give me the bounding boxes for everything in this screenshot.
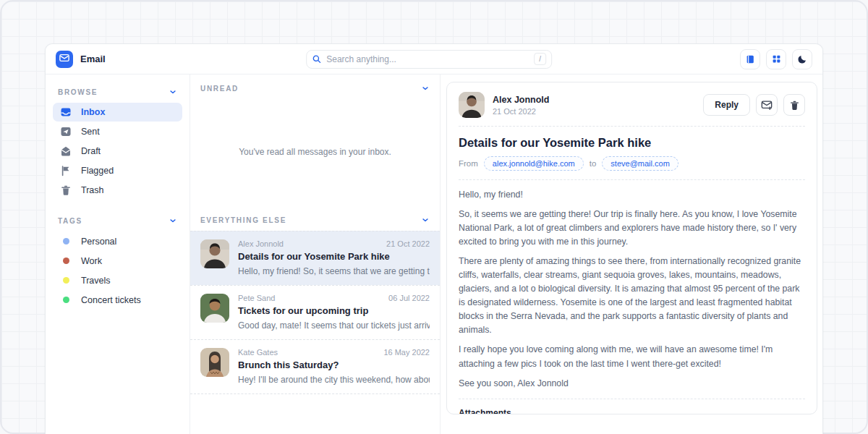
- sidebar-item-trash[interactable]: Trash: [53, 181, 182, 200]
- mail-date: 21 Oct 2022: [386, 239, 430, 248]
- everything-else-label: EVERYTHING ELSE: [200, 216, 286, 224]
- inbox-icon: [60, 106, 72, 118]
- chevron-down-icon: [421, 84, 430, 93]
- book-icon: [745, 54, 755, 64]
- mail-list-item-kate[interactable]: Kate Gates 16 May 2022 Brunch this Satur…: [190, 339, 440, 394]
- moon-icon: [797, 54, 807, 64]
- search-shortcut-key: /: [534, 53, 546, 65]
- chevron-down-icon: [169, 88, 177, 96]
- sidebar-item-label: Flagged: [81, 166, 114, 176]
- draft-icon: [60, 145, 72, 157]
- mail-preview: Good day, mate! It seems that our ticket…: [238, 320, 430, 331]
- search-bar[interactable]: /: [306, 50, 552, 69]
- sidebar-item-flagged[interactable]: Flagged: [53, 161, 182, 180]
- delete-mail-button[interactable]: [783, 94, 805, 116]
- tag-item-work[interactable]: Work: [53, 251, 182, 271]
- attachments-label: Attachments: [459, 408, 805, 414]
- tag-dot: [63, 277, 69, 284]
- sent-icon: [60, 126, 72, 137]
- detail-sender-name: Alex Jonnold: [493, 95, 549, 105]
- mail-list-item-alex[interactable]: Alex Jonnold 21 Oct 2022 Details for our…: [190, 231, 440, 285]
- divider: [459, 179, 805, 180]
- mail-sender: Alex Jonnold: [238, 239, 284, 248]
- body-paragraph: There are plenty of amazing things to se…: [459, 255, 805, 337]
- envelope-icon: [59, 53, 69, 66]
- app-title: Email: [80, 54, 106, 64]
- everything-else-section-header[interactable]: EVERYTHING ELSE: [190, 206, 440, 231]
- app-main: BROWSE Inbox Sent: [46, 75, 822, 434]
- body-paragraph: See you soon, Alex Jonnold: [459, 377, 805, 391]
- sidebar-item-inbox[interactable]: Inbox: [53, 103, 182, 122]
- mail-body: Hello, my friend! So, it seems we are ge…: [459, 188, 805, 391]
- unread-label: UNREAD: [200, 85, 239, 93]
- app-logo: [56, 51, 73, 68]
- detail-header: Alex Jonnold 21 Oct 2022 Reply: [459, 92, 805, 118]
- tag-label: Work: [81, 256, 102, 266]
- divider: [459, 126, 805, 127]
- tag-item-concert-tickets[interactable]: Concert tickets: [53, 290, 182, 310]
- message-list-column: UNREAD You've read all messages in your …: [190, 75, 441, 434]
- unread-empty-message: You've read all messages in your inbox.: [190, 99, 440, 205]
- avatar: [459, 92, 485, 118]
- mail-preview: Hey! I'll be around the city this weeken…: [238, 375, 430, 385]
- tag-dot: [63, 297, 69, 303]
- addressbook-button[interactable]: [740, 49, 760, 69]
- tag-item-travels[interactable]: Travels: [53, 271, 182, 290]
- trash-icon: [789, 100, 800, 111]
- mail-subject: Tickets for our upcoming trip: [238, 305, 430, 316]
- dark-mode-button[interactable]: [792, 49, 812, 69]
- trash-icon: [60, 184, 72, 196]
- body-paragraph: So, it seems we are getting there! Our t…: [459, 208, 805, 249]
- mail-date: 16 May 2022: [383, 348, 430, 357]
- search-icon: [312, 54, 321, 64]
- forward-mail-button[interactable]: [756, 94, 778, 116]
- tags-section-header[interactable]: TAGS: [53, 209, 182, 231]
- unread-section-header[interactable]: UNREAD: [190, 75, 440, 99]
- apps-grid-button[interactable]: [766, 49, 786, 69]
- sidebar-item-label: Inbox: [81, 107, 105, 117]
- mail-subject: Details for our Yosemite Park hike: [238, 251, 430, 262]
- grid-icon: [772, 54, 781, 64]
- tag-label: Travels: [81, 276, 111, 286]
- from-to-row: From alex.jonnold@hike.com to steve@mail…: [459, 156, 805, 171]
- divider: [459, 399, 805, 399]
- sidebar-item-label: Sent: [81, 127, 100, 137]
- detail-sender-date: 21 Oct 2022: [493, 107, 549, 116]
- mail-sender: Pete Sand: [238, 294, 275, 302]
- mail-list-item-pete[interactable]: Pete Sand 06 Jul 2022 Tickets for our up…: [190, 285, 440, 339]
- reply-button[interactable]: Reply: [703, 94, 750, 116]
- mail-plus-icon: [761, 99, 773, 111]
- sidebar-item-label: Trash: [81, 185, 104, 195]
- tag-label: Concert tickets: [81, 295, 141, 305]
- tag-dot: [63, 258, 69, 264]
- search-input[interactable]: [326, 54, 529, 64]
- chevron-down-icon: [169, 216, 177, 225]
- from-address-pill[interactable]: alex.jonnold@hike.com: [484, 156, 584, 171]
- detail-sender-info: Alex Jonnold 21 Oct 2022: [493, 95, 549, 116]
- avatar: [200, 239, 229, 268]
- browse-section-header[interactable]: BROWSE: [53, 80, 182, 103]
- to-address-pill[interactable]: steve@mail.com: [602, 156, 678, 171]
- tag-dot: [63, 238, 69, 244]
- detail-actions: Reply: [703, 94, 805, 116]
- mail-meta: Pete Sand 06 Jul 2022 Tickets for our up…: [238, 294, 430, 331]
- avatar: [200, 348, 229, 377]
- mail-sender: Kate Gates: [238, 348, 278, 357]
- email-app-window: Email /: [45, 43, 823, 434]
- tag-label: Personal: [81, 237, 116, 247]
- sidebar-item-draft[interactable]: Draft: [53, 142, 182, 161]
- browse-label: BROWSE: [58, 88, 98, 96]
- mail-meta: Alex Jonnold 21 Oct 2022 Details for our…: [238, 239, 430, 276]
- tag-item-personal[interactable]: Personal: [53, 231, 182, 251]
- sidebar-item-sent[interactable]: Sent: [53, 122, 182, 141]
- sidebar-item-label: Draft: [81, 146, 101, 156]
- mail-meta: Kate Gates 16 May 2022 Brunch this Satur…: [238, 348, 430, 385]
- mail-detail-column: Alex Jonnold 21 Oct 2022 Reply: [441, 75, 822, 434]
- sidebar: BROWSE Inbox Sent: [46, 75, 190, 434]
- mail-detail-card: Alex Jonnold 21 Oct 2022 Reply: [446, 82, 817, 414]
- app-header: Email /: [46, 44, 822, 75]
- mail-date: 06 Jul 2022: [388, 294, 430, 302]
- mail-detail-subject: Details for our Yosemite Park hike: [459, 136, 805, 150]
- chevron-down-icon: [421, 216, 430, 224]
- body-paragraph: I really hope you love coming along with…: [459, 343, 805, 370]
